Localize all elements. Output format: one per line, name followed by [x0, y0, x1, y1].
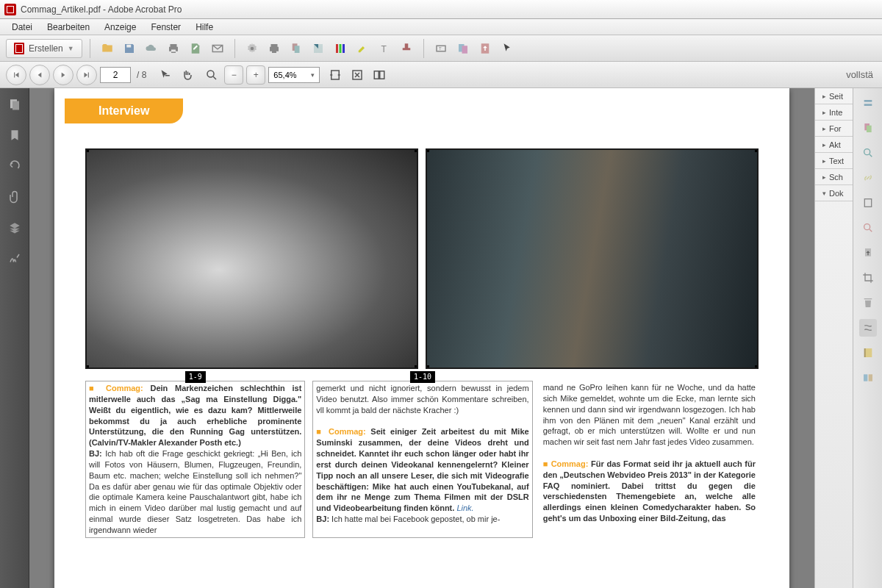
svg-rect-20	[864, 100, 872, 102]
undo-icon[interactable]	[6, 157, 24, 175]
zoom-marquee-icon[interactable]	[202, 65, 221, 85]
svg-rect-5	[343, 44, 345, 53]
menu-file[interactable]: Datei	[4, 21, 40, 34]
text-icon[interactable]: T	[375, 39, 394, 58]
menu-window[interactable]: Fenster	[143, 21, 188, 34]
svg-rect-23	[867, 126, 872, 132]
tool-trash-icon[interactable]	[859, 294, 877, 312]
title-bar: Commag_Artikel.pdf - Adobe Acrobat Pro	[0, 0, 882, 19]
select-tool-icon[interactable]	[155, 65, 174, 85]
svg-rect-29	[864, 348, 865, 357]
menu-bar: Datei Bearbeiten Anzeige Fenster Hilfe	[0, 19, 882, 35]
text-column-3[interactable]: mand ne GoPro leihen kann für ne Woche, …	[540, 381, 759, 538]
mail-icon[interactable]	[208, 39, 227, 58]
section-heading: Interview	[65, 98, 183, 123]
last-page-icon[interactable]	[76, 65, 97, 85]
svg-point-13	[207, 71, 214, 77]
next-page-icon[interactable]	[53, 65, 74, 85]
svg-rect-12	[165, 75, 170, 76]
tool-crop-icon[interactable]	[859, 269, 877, 287]
svg-point-26	[864, 224, 870, 230]
form-field-icon[interactable]: T	[431, 39, 451, 58]
open-icon[interactable]	[98, 39, 117, 58]
pointer-icon[interactable]	[498, 39, 517, 58]
thumbnails-icon[interactable]	[6, 96, 24, 113]
attachments-icon[interactable]	[6, 188, 24, 206]
highlight-icon[interactable]	[353, 39, 372, 58]
svg-rect-16	[375, 71, 379, 79]
zoom-out-icon[interactable]: −	[224, 65, 243, 85]
svg-rect-17	[380, 71, 384, 79]
save-icon[interactable]	[120, 39, 139, 58]
pane-document[interactable]: Dok	[815, 185, 853, 201]
page-total-label: / 8	[134, 70, 149, 80]
edit-doc-icon[interactable]	[186, 39, 205, 58]
pane-text[interactable]: Text	[815, 153, 853, 169]
zoom-level-select[interactable]: 65,4%	[268, 67, 320, 83]
color-bars-icon[interactable]	[331, 39, 350, 58]
fit-width-icon[interactable]	[326, 65, 345, 85]
tool-reorder-icon[interactable]	[859, 319, 877, 337]
combine-icon[interactable]	[453, 39, 473, 58]
hand-tool-icon[interactable]	[177, 65, 196, 85]
zoom-in-icon[interactable]: +	[246, 65, 265, 85]
export-icon[interactable]	[476, 39, 495, 58]
view-mode-label[interactable]: vollstä	[846, 69, 876, 80]
svg-rect-31	[868, 374, 872, 381]
two-page-icon[interactable]	[370, 65, 389, 85]
sidebar-right-tools	[853, 88, 882, 588]
svg-rect-4	[339, 44, 341, 53]
svg-rect-25	[864, 199, 871, 207]
tool-notebook-icon[interactable]	[859, 344, 877, 362]
stamp-icon[interactable]	[397, 39, 416, 58]
tool-link-icon[interactable]	[859, 169, 877, 187]
right-task-pane: Seit Inte For Akt Text Sch Dok	[814, 88, 853, 588]
pdf-icon	[14, 43, 24, 54]
pages-icon[interactable]	[287, 39, 306, 58]
sidebar-left	[0, 88, 29, 588]
svg-rect-3	[336, 44, 338, 53]
pane-pages[interactable]: Seit	[815, 88, 853, 104]
region-tag: 1-8	[247, 148, 268, 149]
menu-help[interactable]: Hilfe	[188, 21, 220, 34]
pane-forms[interactable]: For	[815, 121, 853, 137]
pane-actions[interactable]: Akt	[815, 137, 853, 153]
menu-edit[interactable]: Bearbeiten	[40, 21, 97, 34]
document-viewport[interactable]: Interview 1-8 1-11 1-9 ■ C	[29, 88, 814, 588]
layers-icon[interactable]	[6, 219, 24, 237]
text-column-1[interactable]: 1-9 ■ Commag: Dein Markenzeichen schlech…	[85, 381, 305, 538]
article-image-right[interactable]: 1-11	[426, 148, 759, 369]
prev-page-icon[interactable]	[29, 65, 50, 85]
tool-search-icon[interactable]	[859, 144, 877, 162]
svg-rect-2	[294, 46, 299, 53]
first-page-icon[interactable]	[6, 65, 26, 85]
tool-pages-icon[interactable]	[859, 119, 877, 137]
toolbar-primary: Erstellen ▼ T T	[0, 35, 882, 62]
tool-compare-icon[interactable]	[859, 369, 877, 387]
fit-page-icon[interactable]	[348, 65, 367, 85]
region-tag: 1-10	[410, 371, 435, 383]
svg-rect-14	[331, 71, 340, 79]
text-column-2[interactable]: 1-10 gemerkt und nicht ignoriert, sonder…	[312, 381, 532, 538]
tool-optimize-icon[interactable]	[859, 94, 877, 112]
select-icon[interactable]	[309, 39, 328, 58]
create-button[interactable]: Erstellen ▼	[6, 39, 82, 58]
print-settings-icon[interactable]	[265, 39, 284, 58]
bookmarks-icon[interactable]	[6, 126, 24, 144]
page-number-input[interactable]	[100, 67, 131, 83]
svg-text:T: T	[381, 43, 387, 54]
signatures-icon[interactable]	[6, 250, 24, 268]
tool-zoom-icon[interactable]	[859, 219, 877, 237]
gear-icon[interactable]	[243, 39, 262, 58]
print-icon[interactable]	[164, 39, 183, 58]
svg-rect-10	[462, 46, 467, 54]
cloud-icon[interactable]	[142, 39, 161, 58]
menu-view[interactable]: Anzeige	[97, 21, 143, 34]
svg-point-24	[864, 149, 870, 155]
article-image-left[interactable]: 1-8	[85, 148, 418, 369]
pane-protect[interactable]: Sch	[815, 169, 853, 185]
tool-export-icon[interactable]	[859, 244, 877, 262]
pane-content[interactable]: Inte	[815, 104, 853, 121]
svg-rect-21	[864, 104, 872, 106]
tool-bookmark-icon[interactable]	[859, 194, 877, 212]
